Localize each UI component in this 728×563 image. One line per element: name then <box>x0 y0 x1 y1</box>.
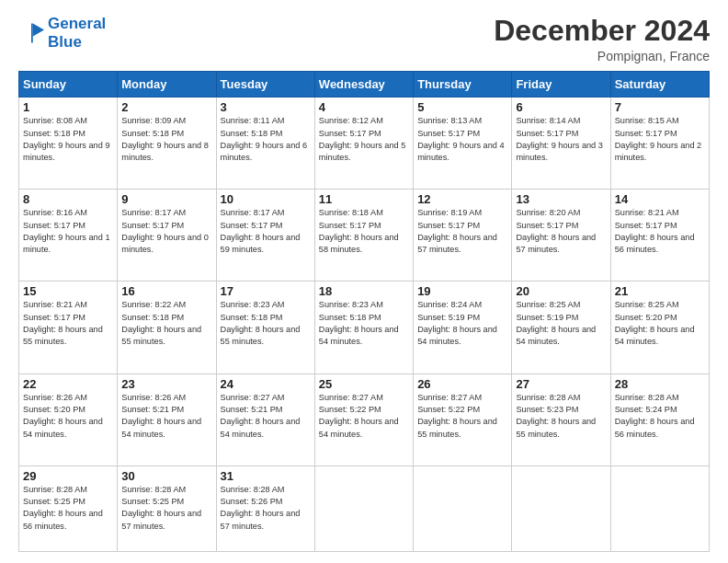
calendar-day-cell: 31 Sunrise: 8:28 AM Sunset: 5:26 PM Dayl… <box>216 465 314 551</box>
daylight-label: Daylight: 9 hours and 0 minutes. <box>121 233 209 254</box>
daylight-label: Daylight: 8 hours and 56 minutes. <box>615 233 695 254</box>
sunrise-label: Sunrise: 8:21 AM <box>615 208 679 217</box>
sunrise-label: Sunrise: 8:12 AM <box>319 116 383 125</box>
daylight-label: Daylight: 8 hours and 54 minutes. <box>221 417 301 438</box>
daylight-label: Daylight: 8 hours and 54 minutes. <box>121 417 201 438</box>
day-number: 17 <box>221 284 311 298</box>
sunrise-label: Sunrise: 8:25 AM <box>516 300 580 309</box>
sunrise-label: Sunrise: 8:26 AM <box>121 393 186 402</box>
sunset-label: Sunset: 5:23 PM <box>516 405 578 414</box>
sunset-label: Sunset: 5:25 PM <box>23 497 85 506</box>
day-number: 10 <box>221 192 311 206</box>
calendar-body: 1 Sunrise: 8:08 AM Sunset: 5:18 PM Dayli… <box>19 98 710 552</box>
day-info: Sunrise: 8:21 AM Sunset: 5:17 PM Dayligh… <box>23 299 113 348</box>
daylight-label: Daylight: 9 hours and 9 minutes. <box>23 141 110 162</box>
daylight-label: Daylight: 9 hours and 6 minutes. <box>221 141 308 162</box>
sunset-label: Sunset: 5:17 PM <box>615 221 677 230</box>
calendar-week-row: 29 Sunrise: 8:28 AM Sunset: 5:25 PM Dayl… <box>19 465 710 551</box>
day-info: Sunrise: 8:09 AM Sunset: 5:18 PM Dayligh… <box>121 115 211 164</box>
sunset-label: Sunset: 5:17 PM <box>23 313 85 322</box>
sunrise-label: Sunrise: 8:17 AM <box>221 208 285 217</box>
sunrise-label: Sunrise: 8:11 AM <box>221 116 285 125</box>
day-info: Sunrise: 8:28 AM Sunset: 5:26 PM Dayligh… <box>221 484 311 533</box>
calendar-week-row: 1 Sunrise: 8:08 AM Sunset: 5:18 PM Dayli… <box>19 98 710 190</box>
calendar-weekday-header: Tuesday <box>216 72 314 98</box>
day-number: 19 <box>417 284 507 298</box>
day-info: Sunrise: 8:28 AM Sunset: 5:23 PM Dayligh… <box>516 392 606 441</box>
daylight-label: Daylight: 8 hours and 55 minutes. <box>121 325 201 346</box>
daylight-label: Daylight: 9 hours and 3 minutes. <box>516 141 603 162</box>
header: General Blue December 2024 Pompignan, Fr… <box>18 15 710 63</box>
svg-marker-1 <box>33 24 44 37</box>
daylight-label: Daylight: 9 hours and 1 minute. <box>23 233 110 254</box>
calendar-day-cell: 11 Sunrise: 8:18 AM Sunset: 5:17 PM Dayl… <box>314 190 413 282</box>
day-number: 15 <box>23 284 113 298</box>
sunrise-label: Sunrise: 8:28 AM <box>221 485 285 494</box>
calendar-day-cell: 10 Sunrise: 8:17 AM Sunset: 5:17 PM Dayl… <box>216 190 314 282</box>
calendar-day-cell: 17 Sunrise: 8:23 AM Sunset: 5:18 PM Dayl… <box>216 282 314 373</box>
calendar-day-cell: 1 Sunrise: 8:08 AM Sunset: 5:18 PM Dayli… <box>19 98 118 190</box>
day-info: Sunrise: 8:28 AM Sunset: 5:24 PM Dayligh… <box>615 392 705 441</box>
sunrise-label: Sunrise: 8:14 AM <box>516 116 580 125</box>
day-info: Sunrise: 8:14 AM Sunset: 5:17 PM Dayligh… <box>516 115 606 164</box>
calendar-day-cell: 16 Sunrise: 8:22 AM Sunset: 5:18 PM Dayl… <box>118 282 216 373</box>
sunset-label: Sunset: 5:18 PM <box>121 313 184 322</box>
daylight-label: Daylight: 8 hours and 54 minutes. <box>319 417 399 438</box>
day-number: 20 <box>516 284 606 298</box>
sunset-label: Sunset: 5:22 PM <box>417 405 480 414</box>
daylight-label: Daylight: 9 hours and 4 minutes. <box>417 141 505 162</box>
calendar-day-cell: 27 Sunrise: 8:28 AM Sunset: 5:23 PM Dayl… <box>512 373 610 465</box>
sunset-label: Sunset: 5:20 PM <box>615 313 677 322</box>
calendar-day-cell <box>512 465 610 551</box>
day-number: 12 <box>417 192 507 206</box>
sunset-label: Sunset: 5:26 PM <box>221 497 283 506</box>
svg-rect-2 <box>31 24 33 43</box>
sunrise-label: Sunrise: 8:26 AM <box>23 393 87 402</box>
sunrise-label: Sunrise: 8:08 AM <box>23 116 87 125</box>
sunset-label: Sunset: 5:18 PM <box>221 313 283 322</box>
day-info: Sunrise: 8:08 AM Sunset: 5:18 PM Dayligh… <box>23 115 113 164</box>
sunset-label: Sunset: 5:17 PM <box>417 129 480 138</box>
daylight-label: Daylight: 8 hours and 56 minutes. <box>23 509 103 530</box>
day-info: Sunrise: 8:20 AM Sunset: 5:17 PM Dayligh… <box>516 207 606 256</box>
sunset-label: Sunset: 5:17 PM <box>516 221 578 230</box>
day-number: 11 <box>319 192 409 206</box>
sunset-label: Sunset: 5:17 PM <box>23 221 85 230</box>
daylight-label: Daylight: 8 hours and 59 minutes. <box>221 233 301 254</box>
daylight-label: Daylight: 8 hours and 55 minutes. <box>417 417 497 438</box>
sunset-label: Sunset: 5:18 PM <box>319 313 381 322</box>
day-number: 14 <box>615 192 705 206</box>
calendar-week-row: 22 Sunrise: 8:26 AM Sunset: 5:20 PM Dayl… <box>19 373 710 465</box>
calendar-header-row: SundayMondayTuesdayWednesdayThursdayFrid… <box>19 72 710 98</box>
day-number: 24 <box>221 377 311 391</box>
sunrise-label: Sunrise: 8:15 AM <box>615 116 679 125</box>
calendar-day-cell: 26 Sunrise: 8:27 AM Sunset: 5:22 PM Dayl… <box>414 373 512 465</box>
day-number: 27 <box>516 377 606 391</box>
daylight-label: Daylight: 9 hours and 2 minutes. <box>615 141 702 162</box>
daylight-label: Daylight: 8 hours and 57 minutes. <box>121 509 201 530</box>
calendar-day-cell: 18 Sunrise: 8:23 AM Sunset: 5:18 PM Dayl… <box>314 282 413 373</box>
title-block: December 2024 Pompignan, France <box>494 15 710 63</box>
day-number: 6 <box>516 100 606 114</box>
daylight-label: Daylight: 8 hours and 57 minutes. <box>221 509 301 530</box>
day-info: Sunrise: 8:26 AM Sunset: 5:20 PM Dayligh… <box>23 392 113 441</box>
calendar-day-cell: 13 Sunrise: 8:20 AM Sunset: 5:17 PM Dayl… <box>512 190 610 282</box>
sunset-label: Sunset: 5:17 PM <box>319 129 381 138</box>
day-info: Sunrise: 8:28 AM Sunset: 5:25 PM Dayligh… <box>23 484 113 533</box>
sunrise-label: Sunrise: 8:23 AM <box>319 300 383 309</box>
sunset-label: Sunset: 5:19 PM <box>417 313 480 322</box>
sunrise-label: Sunrise: 8:27 AM <box>417 393 482 402</box>
sunrise-label: Sunrise: 8:21 AM <box>23 300 87 309</box>
sunrise-label: Sunrise: 8:20 AM <box>516 208 580 217</box>
sunrise-label: Sunrise: 8:23 AM <box>221 300 285 309</box>
sunrise-label: Sunrise: 8:18 AM <box>319 208 383 217</box>
calendar-day-cell: 22 Sunrise: 8:26 AM Sunset: 5:20 PM Dayl… <box>19 373 118 465</box>
sunrise-label: Sunrise: 8:28 AM <box>121 485 186 494</box>
page: General Blue December 2024 Pompignan, Fr… <box>0 0 728 563</box>
sunset-label: Sunset: 5:22 PM <box>319 405 381 414</box>
calendar-day-cell: 24 Sunrise: 8:27 AM Sunset: 5:21 PM Dayl… <box>216 373 314 465</box>
sunset-label: Sunset: 5:17 PM <box>417 221 480 230</box>
calendar-day-cell: 25 Sunrise: 8:27 AM Sunset: 5:22 PM Dayl… <box>314 373 413 465</box>
daylight-label: Daylight: 8 hours and 56 minutes. <box>615 417 695 438</box>
sunset-label: Sunset: 5:19 PM <box>516 313 578 322</box>
